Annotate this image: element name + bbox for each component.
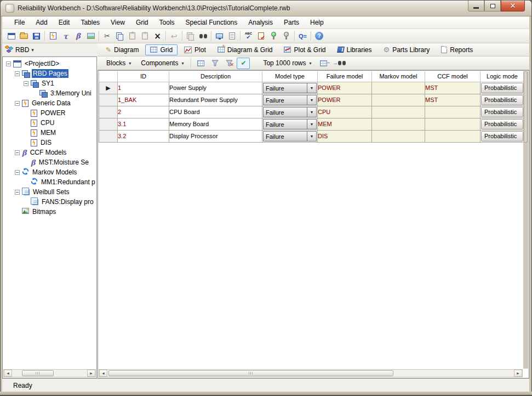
open-button[interactable] — [18, 30, 30, 42]
tree-horizontal-scrollbar[interactable]: ◄ ► — [3, 369, 96, 377]
scroll-left-icon[interactable]: ◄ — [99, 370, 107, 377]
row-selector[interactable] — [99, 106, 118, 118]
cell-ccf-model[interactable]: MST — [425, 82, 480, 94]
cell-id[interactable]: 1 — [118, 82, 169, 94]
top-rows-dropdown[interactable]: Top 1000 rows ▾ — [259, 58, 316, 69]
tree-item-cpu[interactable]: ϟ CPU — [3, 118, 96, 128]
tree-item-memory-unit[interactable]: 3:Memory Uni — [3, 88, 96, 98]
row-selector[interactable] — [99, 118, 118, 130]
cell-ccf-model[interactable] — [425, 118, 480, 130]
cell-failure-model[interactable]: POWER — [318, 94, 372, 106]
scrollbar-thumb[interactable] — [524, 71, 528, 143]
tab-reports[interactable]: Reports — [436, 44, 478, 55]
logic-mode-button[interactable]: Probabilistic — [481, 107, 523, 117]
tab-plot-grid[interactable]: Plot & Grid — [279, 44, 330, 55]
tree-item-mst[interactable]: β MST:Moisture Se — [3, 157, 96, 167]
model-type-dropdown[interactable]: Failure▼ — [263, 131, 317, 142]
column-header-id[interactable]: ID — [118, 71, 169, 82]
cut-button[interactable]: ✂ — [101, 30, 113, 42]
tree-item-bitmaps[interactable]: Bitmaps — [3, 207, 96, 217]
menu-analysis[interactable]: Analysis — [243, 16, 278, 29]
spell-check-button[interactable]: ABC✔ — [242, 30, 255, 42]
chevron-down-icon[interactable]: ▼ — [307, 120, 316, 129]
filter-button[interactable] — [208, 58, 221, 69]
scrollbar-thumb[interactable] — [108, 370, 393, 376]
row-selector[interactable] — [99, 94, 118, 106]
menu-grid[interactable]: Grid — [130, 16, 154, 29]
collapse-toggle-icon[interactable] — [24, 81, 28, 86]
tree-item-ccf-models[interactable]: β CCF Models — [3, 148, 96, 157]
tab-parts-library[interactable]: ⚙ Parts Library — [379, 44, 435, 55]
tree-item-sy1[interactable]: SY1 — [3, 78, 96, 88]
tau-button[interactable]: τ — [59, 30, 72, 42]
find-button[interactable] — [197, 30, 209, 42]
tree-item-rbd-pages[interactable]: RBD Pages — [3, 69, 96, 78]
menu-view[interactable]: View — [105, 16, 130, 29]
cell-markov-model[interactable] — [372, 106, 425, 118]
cell-ccf-model[interactable]: MST — [425, 94, 480, 106]
components-dropdown[interactable]: Components ▾ — [136, 58, 188, 69]
new-project-button[interactable] — [5, 30, 18, 42]
menu-edit[interactable]: Edit — [53, 16, 76, 29]
logic-mode-button[interactable]: Probabilistic — [481, 131, 523, 142]
column-chooser-button[interactable] — [194, 58, 207, 69]
row-selector-current[interactable]: ▶ — [99, 82, 118, 94]
help-button[interactable]: ? — [313, 30, 325, 42]
blocks-dropdown[interactable]: Blocks ▾ — [102, 58, 135, 69]
cell-markov-model[interactable] — [372, 118, 425, 130]
paste-button[interactable] — [126, 30, 139, 42]
collapse-toggle-icon[interactable] — [15, 101, 20, 106]
tree-item-weibull-sets[interactable]: Weibull Sets — [3, 187, 96, 197]
cell-ccf-model[interactable] — [425, 106, 480, 118]
cell-id[interactable]: 3.1 — [118, 118, 169, 130]
tree-item-markov-models[interactable]: Markov Models — [3, 167, 96, 177]
clear-filter-button[interactable]: ✕ — [222, 58, 236, 69]
cell-ccf-model[interactable] — [425, 130, 480, 142]
cell-id[interactable]: 1_BAK — [118, 94, 169, 106]
validate-button[interactable]: ✔ — [237, 58, 250, 69]
cell-markov-model[interactable] — [372, 130, 425, 142]
scroll-right-icon[interactable]: ► — [514, 370, 522, 377]
cell-description[interactable]: Power Supply — [169, 82, 262, 94]
undo-button[interactable]: ↩ — [168, 30, 180, 42]
tab-diagram[interactable]: ✎ Diagram — [101, 44, 144, 55]
scroll-left-icon[interactable]: ◄ — [4, 370, 12, 377]
cell-description[interactable]: Display Processor — [169, 130, 262, 142]
cell-failure-model[interactable]: MEM — [318, 118, 372, 130]
tree-item-power[interactable]: ϟ POWER — [3, 108, 96, 118]
collapse-toggle-icon[interactable] — [6, 61, 11, 66]
menu-tools[interactable]: Tools — [154, 16, 180, 29]
goto-row-button[interactable] — [317, 58, 330, 69]
tab-diagram-grid[interactable]: Diagram & Grid — [213, 44, 278, 55]
column-header-logic-mode[interactable]: Logic mode — [480, 71, 524, 82]
column-header-model-type[interactable]: Model type — [262, 71, 318, 82]
collapse-toggle-icon[interactable] — [15, 71, 20, 76]
column-header-failure-model[interactable]: Failure model — [318, 71, 372, 82]
restore-button[interactable] — [484, 1, 501, 12]
model-type-dropdown[interactable]: Failure▼ — [263, 107, 317, 117]
tab-plot[interactable]: Plot — [179, 44, 211, 55]
scrollbar-thumb[interactable] — [22, 370, 54, 376]
chevron-down-icon[interactable]: ▼ — [307, 83, 316, 93]
chevron-down-icon[interactable]: ▼ — [307, 95, 316, 105]
module-selector[interactable]: RBD ▾ — [2, 43, 97, 56]
cell-markov-model[interactable] — [372, 94, 425, 106]
add-image-button[interactable] — [84, 30, 97, 42]
find-in-grid-button[interactable]: → — [331, 58, 347, 69]
chevron-down-icon[interactable]: ▼ — [307, 108, 316, 117]
logic-mode-button[interactable]: Probabilistic — [481, 95, 523, 105]
generic-data-button[interactable]: ϟ — [47, 30, 59, 42]
close-button[interactable]: ✕ — [501, 1, 525, 12]
cell-description[interactable]: CPU Board — [169, 106, 262, 118]
model-type-dropdown[interactable]: Failure▼ — [263, 95, 317, 105]
model-type-dropdown[interactable]: Failure▼ — [263, 119, 317, 129]
cell-description[interactable]: Memory Board — [169, 118, 262, 130]
collapse-toggle-icon[interactable] — [15, 170, 20, 175]
model-type-dropdown[interactable]: Failure▼ — [263, 83, 317, 93]
cell-markov-model[interactable] — [372, 82, 425, 94]
chevron-down-icon[interactable]: ▼ — [307, 132, 316, 141]
collapse-toggle-icon[interactable] — [15, 150, 20, 155]
beta-button[interactable]: β — [72, 30, 84, 42]
collapse-toggle-icon[interactable] — [15, 190, 20, 195]
logic-mode-button[interactable]: Probabilistic — [481, 119, 523, 129]
